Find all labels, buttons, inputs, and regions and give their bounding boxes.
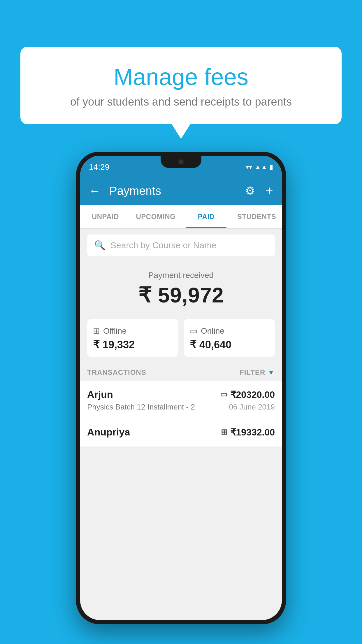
transaction-detail-1: Physics Batch 12 Installment - 2 06 June… (87, 402, 275, 412)
tab-unpaid[interactable]: UNPAID (80, 205, 131, 228)
cash-icon: ⊞ (221, 428, 227, 437)
student-name: Arjun (87, 389, 113, 400)
search-input[interactable]: Search by Course or Name (110, 240, 217, 250)
transaction-item[interactable]: Arjun ▭ ₹20320.00 Physics Batch 12 Insta… (80, 381, 282, 418)
tab-students[interactable]: STUDENTS (231, 205, 282, 228)
offline-label: Offline (103, 326, 126, 336)
transaction-amount: ▭ ₹20320.00 (220, 389, 275, 400)
payment-cards: ⊞ Offline ₹ 19,332 ▭ Online ₹ 40,640 (80, 313, 282, 363)
online-card-header: ▭ Online (190, 326, 269, 336)
wifi-icon: ▾▾ (246, 163, 252, 171)
search-icon: 🔍 (94, 240, 106, 251)
amount-value-2: ₹19332.00 (230, 427, 275, 438)
course-name: Physics Batch 12 Installment - 2 (87, 402, 195, 412)
back-button[interactable]: ← (89, 184, 101, 197)
tab-upcoming[interactable]: UPCOMING (131, 205, 181, 228)
payment-amount: ₹ 59,972 (80, 283, 282, 307)
status-icons: ▾▾ ▲▲ ▮ (246, 163, 273, 171)
phone-mockup: 14:29 ▾▾ ▲▲ ▮ ← Payments ⚙ + UNPAID UPCO… (76, 152, 286, 624)
search-container: 🔍 Search by Course or Name (80, 229, 282, 262)
tabs-bar: UNPAID UPCOMING PAID STUDENTS (80, 205, 282, 229)
search-box[interactable]: 🔍 Search by Course or Name (87, 235, 275, 256)
offline-amount: ₹ 19,332 (93, 339, 172, 351)
offline-card: ⊞ Offline ₹ 19,332 (87, 319, 178, 357)
filter-label: FILTER (240, 368, 265, 377)
app-bar: ← Payments ⚙ + (80, 176, 282, 205)
transaction-item-2[interactable]: Anupriya ⊞ ₹19332.00 (80, 418, 282, 447)
offline-card-header: ⊞ Offline (93, 326, 172, 336)
online-amount: ₹ 40,640 (190, 339, 269, 351)
app-title: Payments (109, 184, 239, 197)
content-area: 🔍 Search by Course or Name Payment recei… (80, 229, 282, 447)
bubble-subtitle: of your students and send receipts to pa… (35, 96, 327, 108)
student-name-2: Anupriya (87, 426, 130, 438)
add-button[interactable]: + (266, 183, 273, 198)
phone-outer: 14:29 ▾▾ ▲▲ ▮ ← Payments ⚙ + UNPAID UPCO… (76, 152, 286, 624)
signal-icon: ▲▲ (254, 163, 267, 171)
payment-label: Payment received (80, 271, 282, 280)
filter-button[interactable]: FILTER ▼ (240, 368, 275, 377)
filter-icon: ▼ (268, 368, 275, 377)
settings-icon[interactable]: ⚙ (245, 184, 255, 197)
phone-notch (161, 156, 201, 168)
transactions-header: TRANSACTIONS FILTER ▼ (80, 363, 282, 381)
tab-paid[interactable]: PAID (181, 205, 231, 228)
credit-card-icon: ▭ (220, 390, 227, 399)
transaction-row-2: Anupriya ⊞ ₹19332.00 (87, 426, 275, 438)
front-camera (178, 159, 184, 165)
speech-bubble: Manage fees of your students and send re… (20, 47, 342, 124)
transaction-row-1: Arjun ▭ ₹20320.00 (87, 389, 275, 400)
online-icon: ▭ (190, 326, 197, 336)
phone-screen: 14:29 ▾▾ ▲▲ ▮ ← Payments ⚙ + UNPAID UPCO… (80, 156, 282, 620)
transaction-amount-2: ⊞ ₹19332.00 (221, 427, 275, 438)
battery-icon: ▮ (270, 163, 273, 171)
amount-value: ₹20320.00 (230, 389, 275, 400)
transaction-date: 06 June 2019 (229, 402, 275, 412)
status-time: 14:29 (89, 162, 109, 172)
online-label: Online (201, 326, 224, 336)
transactions-label: TRANSACTIONS (87, 368, 146, 377)
payment-summary: Payment received ₹ 59,972 (80, 262, 282, 313)
offline-icon: ⊞ (93, 326, 100, 336)
online-card: ▭ Online ₹ 40,640 (184, 319, 275, 357)
bubble-title: Manage fees (35, 64, 327, 90)
